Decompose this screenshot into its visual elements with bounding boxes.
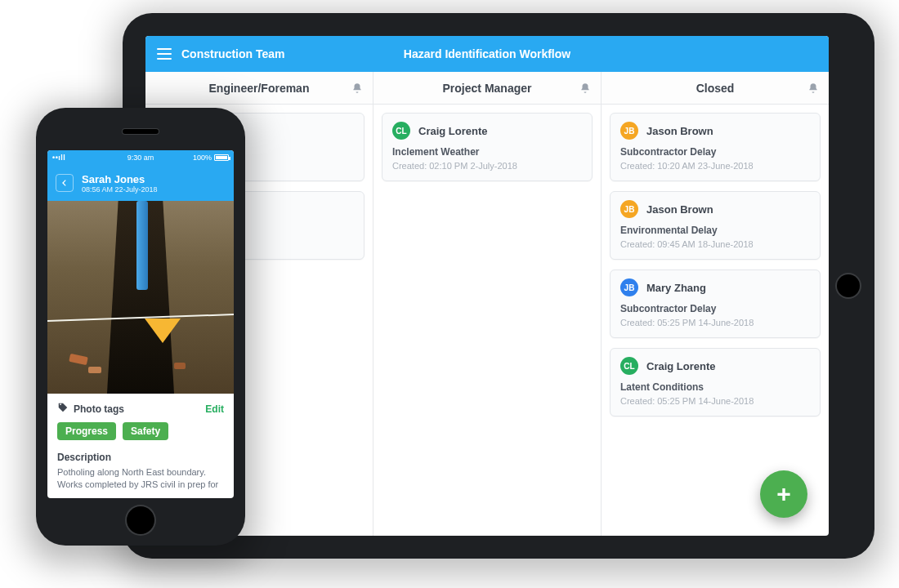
avatar: JB	[620, 122, 638, 140]
flag-illustration	[145, 318, 181, 343]
avatar: CL	[620, 357, 638, 375]
card-author: Jason Brown	[646, 125, 713, 137]
menu-icon[interactable]	[157, 48, 172, 60]
phone-frame: ••ıll 9:30 am 100% Sarah Jones 08:56 AM …	[36, 108, 245, 546]
record-detail: Photo tags Edit Progress Safety Descript…	[47, 394, 234, 491]
tag-chip[interactable]: Progress	[57, 422, 116, 440]
add-hazard-button[interactable]: +	[760, 470, 807, 518]
bell-icon[interactable]	[579, 82, 591, 94]
team-name: Construction Team	[181, 47, 285, 60]
card-created: Created: 05:25 PM 14-June-2018	[620, 396, 810, 406]
hazard-card[interactable]: JB Mary Zhang Subcontractor Delay Create…	[610, 270, 821, 338]
hazard-card[interactable]: JB Jason Brown Environmental Delay Creat…	[610, 191, 821, 260]
card-created: Created: 05:25 PM 14-June-2018	[620, 318, 810, 327]
rubble-illustration	[88, 367, 101, 373]
description-label: Description	[57, 452, 224, 463]
plus-icon: +	[776, 480, 791, 508]
record-header: Sarah Jones 08:56 AM 22-July-2018	[47, 165, 234, 201]
phone-screen: ••ıll 9:30 am 100% Sarah Jones 08:56 AM …	[47, 150, 234, 498]
avatar: CL	[392, 122, 410, 140]
app-header: Construction Team Hazard Identification …	[145, 36, 829, 72]
column-body: CL Craig Lorente Inclement Weather Creat…	[373, 105, 601, 536]
phone-home-button[interactable]	[127, 506, 154, 534]
phone-speaker	[123, 129, 159, 134]
card-created: Created: 10:20 AM 23-June-2018	[620, 161, 810, 171]
tag-icon	[57, 402, 69, 416]
card-subject: Environmental Delay	[620, 225, 810, 236]
card-author: Craig Lorente	[646, 360, 716, 372]
card-created: Created: 02:10 PM 2-July-2018	[392, 161, 582, 171]
avatar: JB	[620, 278, 638, 296]
back-button[interactable]	[56, 174, 74, 192]
bell-icon[interactable]	[351, 82, 363, 94]
status-time: 9:30 am	[47, 154, 234, 162]
pipe-illustration	[136, 201, 148, 290]
card-created: Created: 09:45 AM 18-June-2018	[620, 239, 810, 249]
record-photo[interactable]	[47, 201, 234, 394]
column-project-manager: Project Manager CL Craig Lorente Incleme…	[373, 72, 602, 536]
rubble-illustration	[69, 354, 89, 365]
column-header: Project Manager	[373, 72, 601, 105]
column-header: Closed	[602, 72, 829, 105]
rubble-illustration	[174, 363, 186, 369]
hazard-card[interactable]: CL Craig Lorente Inclement Weather Creat…	[382, 113, 593, 181]
bell-icon[interactable]	[807, 82, 819, 94]
card-subject: Latent Conditions	[620, 381, 810, 393]
card-subject: Inclement Weather	[392, 146, 582, 158]
description-text: Potholing along North East boundary. Wor…	[57, 466, 224, 491]
hazard-card[interactable]: JB Jason Brown Subcontractor Delay Creat…	[610, 113, 821, 181]
card-author: Mary Zhang	[646, 282, 706, 294]
record-author: Sarah Jones	[82, 173, 158, 185]
column-header: Engineer/Foreman	[145, 72, 373, 105]
column-title: Engineer/Foreman	[209, 82, 310, 95]
column-title: Closed	[696, 82, 735, 95]
column-title: Project Manager	[443, 82, 532, 95]
edit-tags-link[interactable]: Edit	[205, 403, 224, 415]
status-bar: ••ıll 9:30 am 100%	[47, 150, 234, 165]
card-subject: Subcontractor Delay	[620, 146, 810, 158]
column-body: JB Jason Brown Subcontractor Delay Creat…	[602, 105, 829, 536]
record-timestamp: 08:56 AM 22-July-2018	[82, 185, 158, 194]
battery-icon	[214, 154, 229, 161]
column-closed: Closed JB Jason Brown Subcontractor Dela…	[602, 72, 829, 536]
avatar: JB	[620, 200, 638, 218]
tag-chip[interactable]: Safety	[123, 422, 168, 440]
card-author: Craig Lorente	[418, 125, 488, 137]
tape-illustration	[47, 313, 234, 322]
photo-tags-label: Photo tags	[74, 403, 124, 415]
hazard-card[interactable]: CL Craig Lorente Latent Conditions Creat…	[610, 348, 821, 416]
card-subject: Subcontractor Delay	[620, 303, 810, 314]
card-author: Jason Brown	[646, 203, 713, 216]
tablet-home-button[interactable]	[837, 274, 860, 297]
